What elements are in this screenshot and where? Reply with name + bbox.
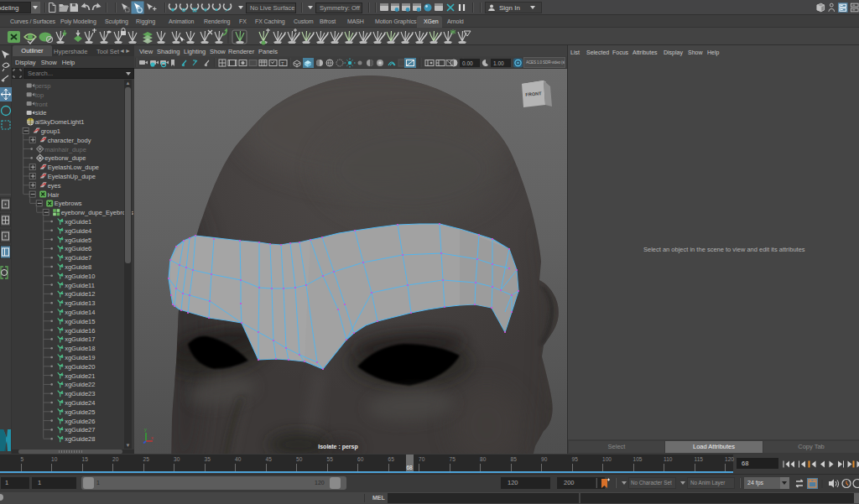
svg-text:xgGuide26: xgGuide26	[65, 418, 95, 425]
svg-text:character_body: character_body	[48, 137, 91, 144]
svg-text:xgGuide20: xgGuide20	[65, 363, 95, 371]
svg-text:xgGuide23: xgGuide23	[65, 390, 95, 397]
svg-text:side: side	[35, 109, 47, 117]
svg-text:T: T	[281, 61, 284, 66]
svg-text:1.00: 1.00	[493, 60, 504, 66]
svg-text:xgGuide11: xgGuide11	[65, 282, 95, 289]
svg-text:eyeborw_dupe_Eyebrows: eyeborw_dupe_Eyebrows	[61, 209, 134, 216]
svg-text:xgGuide14: xgGuide14	[65, 309, 95, 316]
svg-text:EyelashUp_dupe: EyelashUp_dupe	[48, 173, 96, 180]
svg-text:xgGuide15: xgGuide15	[65, 318, 95, 325]
svg-text:xgGuide25: xgGuide25	[65, 408, 95, 416]
svg-text:xgGuide28: xgGuide28	[65, 435, 95, 443]
svg-text:xgGuide19: xgGuide19	[65, 354, 95, 361]
svg-text:xgGuide21: xgGuide21	[65, 372, 95, 380]
svg-text:eyeborw_dupe: eyeborw_dupe	[44, 154, 86, 162]
svg-text:xgGuide16: xgGuide16	[65, 327, 95, 335]
svg-text:xgGuide10: xgGuide10	[65, 273, 95, 280]
svg-text:0.00: 0.00	[462, 60, 473, 66]
svg-text:xgGuide8: xgGuide8	[65, 263, 91, 271]
svg-text:xgGuide18: xgGuide18	[65, 345, 95, 352]
svg-text:xgGuide6: xgGuide6	[65, 245, 91, 252]
svg-text:xgGuide7: xgGuide7	[65, 254, 91, 262]
svg-text:eyes: eyes	[48, 182, 61, 190]
svg-text:mainhair_dupe: mainhair_dupe	[44, 146, 86, 153]
svg-text:front: front	[35, 101, 49, 108]
svg-text:xgGuide27: xgGuide27	[65, 426, 95, 434]
svg-text:EyelashLow_dupe: EyelashLow_dupe	[48, 164, 99, 171]
svg-text:xgGuide4: xgGuide4	[65, 227, 91, 235]
svg-text:xgGuide13: xgGuide13	[65, 299, 95, 307]
svg-text:xgGuide5: xgGuide5	[65, 236, 91, 244]
svg-text:Isolate : persp: Isolate : persp	[318, 444, 357, 450]
svg-text:x: x	[151, 435, 154, 440]
svg-text:aiSkyDomeLight1: aiSkyDomeLight1	[35, 118, 85, 126]
svg-text:xgGuide1: xgGuide1	[65, 218, 91, 226]
svg-text:group1: group1	[41, 127, 60, 135]
svg-text:xgGuide22: xgGuide22	[65, 381, 95, 388]
svg-text:Hair: Hair	[48, 191, 60, 199]
svg-text:Eyebrows: Eyebrows	[55, 200, 82, 207]
svg-text:xgGuide24: xgGuide24	[65, 399, 95, 407]
svg-text:xgGuide17: xgGuide17	[65, 335, 95, 343]
svg-text:xgGuide12: xgGuide12	[65, 290, 95, 298]
svg-text:y: y	[144, 427, 147, 432]
svg-text:persp: persp	[35, 82, 51, 90]
svg-text:top: top	[35, 91, 44, 99]
